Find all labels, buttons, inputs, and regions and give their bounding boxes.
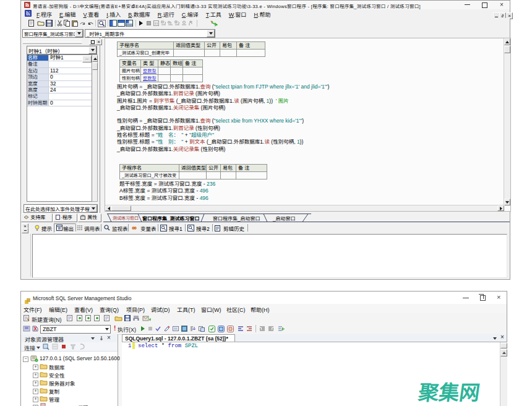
svg-text:_启动窗口: _启动窗口 (272, 216, 295, 222)
svg-text:测试练习窗口: 测试练习窗口 (113, 216, 139, 220)
svg-text:窗口程序集_测试练习窗口: 窗口程序集_测试练习窗口 (142, 216, 199, 222)
svg-text:窗口程序集_启动窗口: 窗口程序集_启动窗口 (213, 216, 260, 222)
